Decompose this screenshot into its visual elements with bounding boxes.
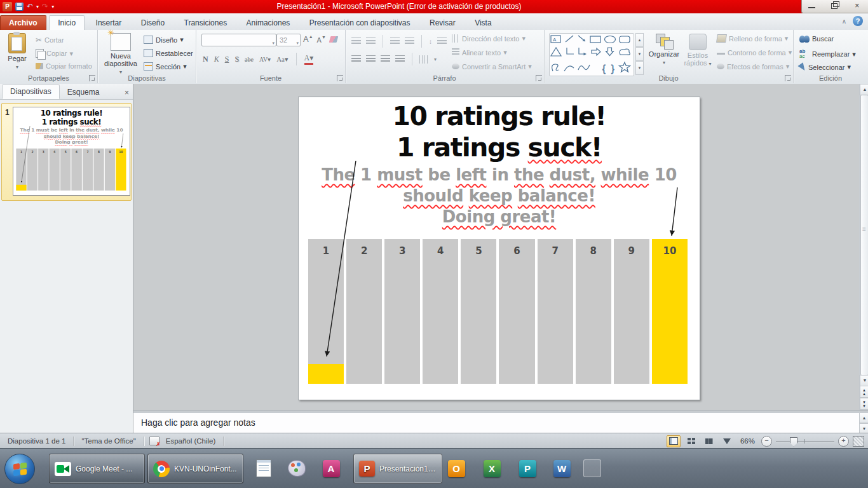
minimize-button[interactable] <box>802 0 824 13</box>
align-center-icon[interactable] <box>366 55 376 64</box>
close-button[interactable]: × <box>846 0 868 13</box>
slide-title[interactable]: 10 ratings rule! 1 ratings suck! <box>13 109 130 127</box>
justify-icon[interactable] <box>395 55 405 64</box>
bar-6[interactable]: 6 <box>499 239 534 384</box>
bar-8[interactable]: 8 <box>576 239 611 384</box>
panel-close-icon[interactable]: × <box>125 89 129 97</box>
bar-10[interactable]: 10 <box>116 149 126 191</box>
cut-button[interactable]: ✂ Cortar <box>36 36 64 44</box>
bold-button[interactable]: N <box>203 55 208 64</box>
align-text-button[interactable]: Alinear texto ▾ <box>452 48 507 57</box>
bar-7[interactable]: 7 <box>538 239 573 384</box>
zoom-in-button[interactable]: + <box>838 436 849 447</box>
scroll-down-icon[interactable]: ▼ <box>860 375 868 386</box>
slide-sorter-button[interactable] <box>684 435 698 447</box>
tab-esquema[interactable]: Esquema <box>60 86 107 99</box>
taskbar-empty-app[interactable] <box>583 459 602 478</box>
arrange-button[interactable]: Organizar ▾ <box>647 34 681 67</box>
font-name-combo[interactable]: ▾ <box>201 34 276 46</box>
next-slide-button[interactable]: ▼▼ <box>860 398 868 410</box>
align-left-icon[interactable] <box>351 55 361 64</box>
columns-icon[interactable] <box>419 55 429 64</box>
font-color-button[interactable]: A▾ <box>304 53 314 65</box>
previous-slide-button[interactable]: ▲▲ <box>860 386 868 398</box>
collapse-ribbon-icon[interactable]: ∧ <box>842 18 846 25</box>
slide-thumbnail[interactable]: 10 ratings rule! 1 ratings suck! The 1 m… <box>13 107 130 196</box>
shapes-gallery[interactable]: A { } <box>549 33 634 76</box>
character-spacing-button[interactable]: AV▾ <box>259 56 271 63</box>
tab-transiciones[interactable]: Transiciones <box>176 16 236 30</box>
taskbar-chrome[interactable]: KVN-UNOinFont... <box>147 454 243 484</box>
tab-presentacion[interactable]: Presentación con diapositivas <box>301 16 419 30</box>
tab-diapositivas[interactable]: Diapositivas <box>2 85 60 99</box>
normal-view-button[interactable] <box>667 435 681 447</box>
bar-10[interactable]: 10 <box>652 239 688 384</box>
scrollbar-thumb[interactable] <box>860 95 868 376</box>
layout-button[interactable]: Diseño ▾ <box>144 36 184 44</box>
text-direction-button[interactable]: Dirección del texto ▾ <box>452 34 526 43</box>
gallery-more-icon[interactable]: ▼ <box>635 61 644 75</box>
taskbar-word[interactable]: W <box>552 459 571 478</box>
bar-5[interactable]: 5 <box>461 239 496 384</box>
slide-canvas[interactable]: 10 ratings rule! 1 ratings suck! The 1 m… <box>298 97 700 400</box>
zoom-slider-thumb[interactable] <box>790 437 797 447</box>
align-right-icon[interactable] <box>381 55 390 64</box>
zoom-level[interactable]: 66% <box>738 437 757 445</box>
clear-formatting-icon[interactable] <box>329 36 339 43</box>
shape-outline-button[interactable]: Contorno de forma ▾ <box>717 48 792 57</box>
tab-revisar[interactable]: Revisar <box>421 16 464 30</box>
bar-3[interactable]: 3 <box>38 149 48 191</box>
zoom-out-button[interactable]: − <box>761 436 772 447</box>
change-case-button[interactable]: Aa▾ <box>276 55 288 64</box>
shadow-button[interactable]: S <box>234 55 239 64</box>
fit-to-window-button[interactable] <box>853 436 864 447</box>
decrease-indent-icon[interactable] <box>390 37 400 46</box>
shape-fill-button[interactable]: Relleno de forma ▾ <box>717 34 788 43</box>
notes-pane[interactable]: Haga clic para agregar notas <box>133 412 859 433</box>
slide-subtitle[interactable]: The 1 must be left in the dust, while 10… <box>299 165 700 227</box>
start-button[interactable] <box>4 454 35 484</box>
taskbar-excel[interactable]: X <box>482 459 501 478</box>
gallery-down-icon[interactable]: ▼ <box>635 47 644 61</box>
increase-indent-icon[interactable] <box>405 37 414 46</box>
taskbar-outlook[interactable]: O <box>447 459 466 478</box>
underline-button[interactable]: S <box>225 55 229 64</box>
select-button[interactable]: Seleccionar ▾ <box>799 63 851 71</box>
slide-canvas[interactable]: 10 ratings rule! 1 ratings suck! The 1 m… <box>13 107 130 195</box>
dialog-launcher-icon[interactable] <box>785 75 791 81</box>
new-slide-button[interactable]: Nueva diapositiva ▾ <box>103 33 139 76</box>
bar-4[interactable]: 4 <box>423 239 458 384</box>
quick-styles-button[interactable]: Estilos rápidos ▾ <box>682 34 713 68</box>
taskbar-paint[interactable] <box>287 459 306 478</box>
dialog-launcher-icon[interactable] <box>89 75 95 81</box>
bar-5[interactable]: 5 <box>60 149 71 191</box>
taskbar-google-meet[interactable]: Google Meet - ... <box>49 454 145 484</box>
tab-archivo[interactable]: Archivo <box>0 15 46 30</box>
find-button[interactable]: Buscar <box>799 35 834 43</box>
replace-button[interactable]: abac Reemplazar ▾ <box>799 49 856 59</box>
numbering-icon[interactable] <box>366 37 376 46</box>
bar-9[interactable]: 9 <box>614 239 649 384</box>
bar-1[interactable]: 1 <box>308 239 344 384</box>
reset-button[interactable]: Restablecer <box>144 49 193 57</box>
tab-diseno[interactable]: Diseño <box>133 16 173 30</box>
format-painter-button[interactable]: Copiar formato <box>36 62 92 70</box>
italic-button[interactable]: K <box>214 55 219 64</box>
bullets-icon[interactable] <box>351 37 361 46</box>
bar-2[interactable]: 2 <box>27 149 37 191</box>
paste-button[interactable]: Pegar ▾ <box>5 33 29 71</box>
strikethrough-button[interactable]: abe <box>245 56 254 63</box>
taskbar-publisher[interactable]: P <box>518 459 537 478</box>
bar-1[interactable]: 1 <box>16 149 26 191</box>
bar-9[interactable]: 9 <box>105 149 115 191</box>
copy-button[interactable]: Copiar ▾ <box>36 49 73 58</box>
slide-subtitle[interactable]: The 1 must be left in the dust, while 10… <box>13 127 130 145</box>
bar-6[interactable]: 6 <box>71 149 81 191</box>
smartart-button[interactable]: Convertir a SmartArt ▾ <box>452 62 532 71</box>
spellcheck-icon[interactable] <box>149 437 159 445</box>
section-button[interactable]: Sección ▾ <box>144 62 187 71</box>
language-label[interactable]: Español (Chile) <box>163 437 219 445</box>
zoom-slider[interactable] <box>776 437 834 446</box>
font-size-combo[interactable]: 32 ▾ <box>276 34 301 46</box>
scroll-up-icon[interactable]: ▲ <box>860 84 868 95</box>
